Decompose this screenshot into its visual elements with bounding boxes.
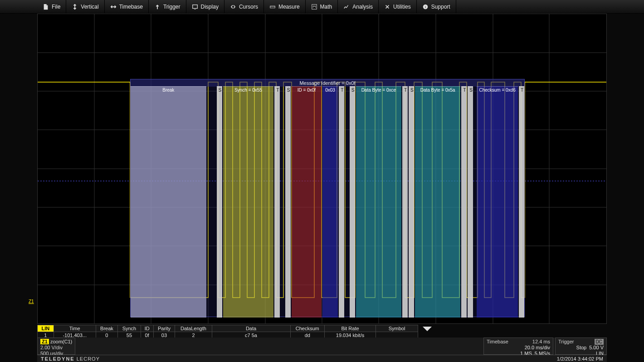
field-break: Break xyxy=(131,87,206,93)
col-time[interactable]: Time xyxy=(54,325,96,332)
vertical-icon xyxy=(72,4,78,10)
menu-vertical-label: Vertical xyxy=(81,0,98,14)
analysis-icon xyxy=(343,4,350,10)
trigger-state: Stop xyxy=(576,345,587,351)
s-marker: S xyxy=(409,87,414,93)
decode-fields: Break S Synch = 0x55 T S ID = 0x0f 0x03 … xyxy=(131,86,525,318)
brand: TELEDYNE LECROY xyxy=(41,356,100,362)
menu-vertical[interactable]: Vertical xyxy=(66,0,104,14)
col-symbol[interactable]: Symbol xyxy=(376,325,418,332)
decode-table: LIN Time Break Synch ID Parity DataLengt… xyxy=(37,325,607,338)
menu-utilities-label: Utilities xyxy=(393,0,411,14)
timebase-tdiv: 20.0 ms/div xyxy=(525,345,550,351)
timebase-icon xyxy=(110,4,117,10)
utilities-icon xyxy=(384,4,390,10)
display-icon xyxy=(192,4,198,10)
t-marker: T xyxy=(461,87,467,93)
field-id: ID = 0x0f xyxy=(292,87,322,93)
math-icon xyxy=(311,4,317,10)
col-datalen[interactable]: DataLength xyxy=(175,325,212,332)
menu-utilities[interactable]: Utilities xyxy=(379,0,417,14)
timebase-val: 12.4 ms xyxy=(532,339,550,345)
menu-analysis-label: Analysis xyxy=(352,0,373,14)
zoom-channel-tag: Z1 xyxy=(29,299,34,304)
trigger-icon xyxy=(154,4,161,10)
trigger-mode: DC xyxy=(595,339,604,345)
trigger-chip[interactable]: Trigger DC Stop 5.00 V LIN xyxy=(555,338,607,355)
menu-display-label: Display xyxy=(201,0,219,14)
col-break[interactable]: Break xyxy=(96,325,117,332)
menu-measure-label: Measure xyxy=(278,0,300,14)
zoom-channel-chip[interactable]: Z1 zoom(C1) 2.00 V/div 500 µs/div xyxy=(37,338,75,355)
menu-file-label: File xyxy=(52,0,60,14)
menu-file[interactable]: File xyxy=(37,0,66,14)
menu-analysis[interactable]: Analysis xyxy=(338,0,379,14)
bottom-info-bar: Z1 zoom(C1) 2.00 V/div 500 µs/div Timeba… xyxy=(37,338,607,355)
menu-timebase[interactable]: Timebase xyxy=(105,0,149,14)
svg-text:i: i xyxy=(425,5,426,9)
field-parity: 0x03 xyxy=(322,87,338,93)
support-icon: i xyxy=(422,4,429,10)
z1-name: zoom(C1) xyxy=(50,339,72,344)
measure-icon xyxy=(269,4,276,10)
timebase-chip[interactable]: Timebase 12.4 ms 20.0 ms/div 1 MS 5 MS/s xyxy=(483,338,553,355)
file-icon xyxy=(43,4,49,10)
field-data2: Data Byte = 0x5a xyxy=(415,87,460,93)
cursors-icon xyxy=(230,4,236,10)
menu-cursors[interactable]: Cursors xyxy=(224,0,264,14)
col-lin[interactable]: LIN xyxy=(38,325,54,332)
t-marker: T xyxy=(402,87,408,93)
trigger-title: Trigger xyxy=(558,339,574,345)
col-chksum[interactable]: Checksum xyxy=(290,325,324,332)
menu-support-label: Support xyxy=(431,0,450,14)
field-sync: Synch = 0x55 xyxy=(223,87,274,93)
s-marker: S xyxy=(285,87,291,93)
col-synch[interactable]: Synch xyxy=(118,325,141,332)
waveform-panel[interactable]: Z1 Message Identifier = 0x0f Break S Syn… xyxy=(37,14,607,324)
clock: 1/2/2014 3:44:02 PM xyxy=(557,356,603,362)
menu-measure[interactable]: Measure xyxy=(264,0,306,14)
t-marker: T xyxy=(339,87,344,93)
t-marker: T xyxy=(274,87,280,93)
menu-support[interactable]: i Support xyxy=(417,0,456,14)
menu-display[interactable]: Display xyxy=(186,0,224,14)
menubar: File Vertical Timebase Trigger Display C… xyxy=(0,0,644,14)
s-marker: S xyxy=(217,87,222,93)
col-id[interactable]: ID xyxy=(141,325,153,332)
field-data1: Data Byte = 0xce xyxy=(356,87,401,93)
t-marker: T xyxy=(519,87,524,93)
col-parity[interactable]: Parity xyxy=(153,325,175,332)
col-data[interactable]: Data xyxy=(212,325,290,332)
brand-1: TELEDYNE xyxy=(41,356,75,362)
field-checksum: Checksum = 0xd6 xyxy=(477,87,518,93)
s-marker: S xyxy=(468,87,473,93)
z1-vdiv: 2.00 V/div xyxy=(40,345,63,350)
s-marker: S xyxy=(350,87,355,93)
col-bitrate[interactable]: Bit Rate xyxy=(325,325,376,332)
decode-overlay-title: Message Identifier = 0x0f xyxy=(131,79,524,87)
decode-overlay: Message Identifier = 0x0f Break S Synch … xyxy=(130,79,525,317)
menu-cursors-label: Cursors xyxy=(239,0,258,14)
menu-trigger[interactable]: Trigger xyxy=(149,0,186,14)
menu-timebase-label: Timebase xyxy=(119,0,143,14)
footer: TELEDYNE LECROY 1/2/2014 3:44:02 PM xyxy=(37,355,607,362)
menu-trigger-label: Trigger xyxy=(163,0,181,14)
menu-math-label: Math xyxy=(320,0,332,14)
z1-badge: Z1 xyxy=(40,339,49,344)
menu-math[interactable]: Math xyxy=(306,0,338,14)
timebase-title: Timebase xyxy=(487,339,508,345)
brand-2: LECROY xyxy=(75,356,100,362)
svg-rect-0 xyxy=(192,5,197,8)
decode-table-dropdown[interactable] xyxy=(423,327,432,331)
trigger-level: 5.00 V xyxy=(589,345,604,351)
